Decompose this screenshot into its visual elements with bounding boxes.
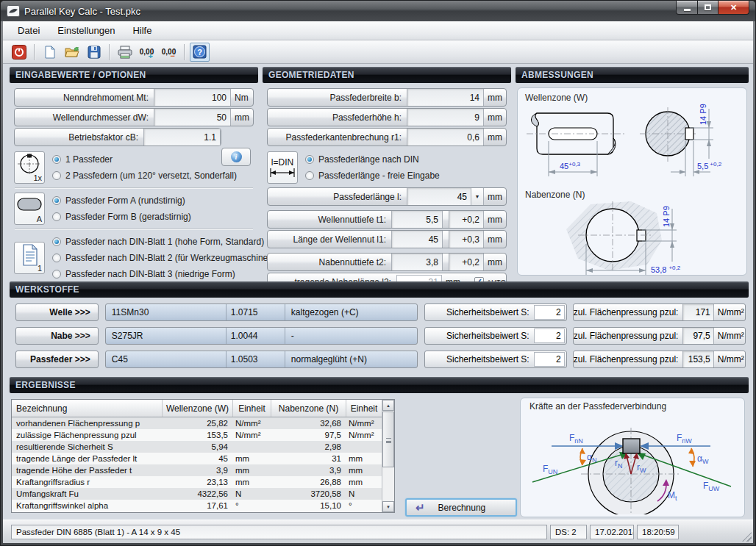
scrollbar-thumb[interactable] xyxy=(382,412,394,467)
nabenzone-drawing: 14 P9 53,8+0,2 xyxy=(521,200,740,278)
svg-text:αW: αW xyxy=(697,453,709,465)
table-row[interactable]: tragende Länge der Passfeder lt45mm31mm xyxy=(12,453,382,464)
passfeder-form-icon: A xyxy=(14,193,45,225)
print-button[interactable] xyxy=(115,43,135,62)
panel-werkstoffe: WERKSTOFFE Welle >>> 11SMn30 1.0715 kalt… xyxy=(10,281,749,376)
welle-sicherheit-field: Sicherheitsbeiwert S: 2 xyxy=(424,303,567,321)
wellendurchmesser-unit: mm xyxy=(231,112,253,123)
wellennuttiefe-toleranz: +0,2 xyxy=(449,211,484,228)
nenndrehmoment-input[interactable]: 100 xyxy=(154,89,231,106)
status-ds: DS: 2 xyxy=(550,525,587,539)
results-table-header: Bezeichnung Wellenzone (W) Einheit Naben… xyxy=(12,400,382,417)
panel-ergebnisse-header: ERGEBNISSE xyxy=(10,377,749,393)
menu-hilfe[interactable]: Hilfe xyxy=(124,22,160,39)
svg-text:FnN: FnN xyxy=(569,433,583,445)
close-button[interactable]: ✕ xyxy=(718,1,749,15)
nabe-pressung-field: zul. Flächenpressung pzul: 97,5 N/mm² xyxy=(573,327,746,345)
kantenbrechung-input[interactable]: 0,6 xyxy=(407,129,484,146)
save-button[interactable] xyxy=(84,43,104,62)
passfederbreite-input[interactable]: 14 xyxy=(407,89,484,106)
maximize-icon xyxy=(705,4,711,10)
passfeder-sicherheit-input[interactable]: 2 xyxy=(534,352,565,367)
radio-laenge-frei[interactable]: Passfederlänge - freie Eingabe xyxy=(305,168,507,184)
help-button[interactable]: ? xyxy=(190,43,210,62)
table-row[interactable]: Kraftangriffsradius r23,13mm26,88mm xyxy=(12,476,382,488)
table-row[interactable]: vorhandenen Flächenpressung p25,82N/mm²3… xyxy=(12,417,382,429)
nabe-material-display: S275JR 1.0044 - xyxy=(105,327,418,345)
status-date: 17.02.2014 xyxy=(590,525,634,539)
scroll-up-icon[interactable]: ▲ xyxy=(382,400,394,411)
betriebsfaktor-input[interactable]: 1.1 xyxy=(143,129,221,146)
titlebar[interactable]: Parallel Key Calc - Test.pkc ✕ xyxy=(1,1,755,21)
results-table: Bezeichnung Wellenzone (W) Einheit Naben… xyxy=(11,399,395,513)
radio-din-blatt-3[interactable]: Passfeder nach DIN-Blatt 3 (niedrige For… xyxy=(52,266,276,282)
wellendurchmesser-input[interactable]: 50 xyxy=(154,109,231,126)
welle-material-display: 11SMn30 1.0715 kaltgezogen (+C) xyxy=(105,303,418,321)
menu-datei[interactable]: Datei xyxy=(9,22,49,39)
anzahl-passfedern-icon: 1x xyxy=(14,151,45,184)
decimal-increase-button[interactable]: 0,00 + xyxy=(137,43,157,62)
save-icon xyxy=(88,46,101,59)
field-wellendurchmesser: Wellendurchmesser dW: 50 mm xyxy=(14,108,254,126)
help-icon: ? xyxy=(193,45,207,59)
betriebsfaktor-label: Betriebsfaktor cB: xyxy=(15,132,143,143)
betriebsfaktor-info-button[interactable]: i xyxy=(221,148,251,166)
app-window: Parallel Key Calc - Test.pkc ✕ Datei Ein… xyxy=(0,0,756,546)
chevron-down-icon[interactable]: ▼ xyxy=(471,188,483,205)
toolbar-separator xyxy=(34,44,35,60)
kraefte-diagram-title: Kräfte an der Passfederverbindung xyxy=(521,398,744,412)
table-row[interactable]: resultierende Sicherheit S5,942,98 xyxy=(12,441,382,453)
wellendurchmesser-label: Wellendurchmesser dW: xyxy=(15,112,154,123)
field-passfederlaenge: Passfederlänge l: 45 ▼ mm xyxy=(267,187,507,206)
passfeder-material-display: C45 1.0503 normalgeglüht (+N) xyxy=(105,351,418,368)
open-file-button[interactable] xyxy=(62,43,82,62)
table-row[interactable]: zulässige Flächenpressung pzul153,5N/mm²… xyxy=(12,429,382,441)
table-row[interactable]: Kraftangriffswinkel alpha17,61°15,10° xyxy=(12,500,382,511)
svg-text:Mt: Mt xyxy=(668,490,677,502)
radio-icon xyxy=(305,155,314,164)
enter-arrow-icon: ↵ xyxy=(416,503,425,512)
panel-eingabewerte: EINGABEWERTE / OPTIONEN Nenndrehmoment M… xyxy=(10,67,258,280)
radio-form-a[interactable]: Passfeder Form A (rundstirnig) xyxy=(52,193,254,209)
table-row[interactable]: tragende Höhe der Passfeder t3,9mm3,9mm xyxy=(12,464,382,476)
abmessungen-drawing-area: Wellenzone (W) xyxy=(517,87,747,276)
passfederlaenge-combobox[interactable]: 45 ▼ xyxy=(407,188,484,205)
table-row[interactable]: Umfangskraft Fu4322,56N3720,58N xyxy=(12,488,382,500)
minimize-button[interactable] xyxy=(676,1,698,15)
panel-abmessungen: ABMESSUNGEN Wellenzone (W) xyxy=(516,67,749,280)
werkstoff-row-welle: Welle >>> 11SMn30 1.0715 kaltgezogen (+C… xyxy=(15,303,746,321)
svg-text:5,5+0,2: 5,5+0,2 xyxy=(697,161,722,170)
radio-din-blatt-1[interactable]: Passfeder nach DIN-Blatt 1 (hohe Form, S… xyxy=(52,234,276,250)
menu-einstellungen[interactable]: Einstellungen xyxy=(49,22,124,39)
exit-button[interactable] xyxy=(9,43,29,62)
resize-grip[interactable] xyxy=(742,532,752,542)
passfeder-material-button[interactable]: Passfeder >>> xyxy=(15,351,99,368)
field-betriebsfaktor: Betriebsfaktor cB: 1.1 xyxy=(14,128,221,146)
maximize-button[interactable] xyxy=(698,1,718,15)
welle-sicherheit-input[interactable]: 2 xyxy=(534,305,565,320)
welle-material-button[interactable]: Welle >>> xyxy=(15,303,99,321)
minimize-icon xyxy=(684,9,691,11)
radio-icon xyxy=(52,196,61,205)
radio-icon xyxy=(305,171,314,180)
field-wellennuttiefe: Wellennuttiefe t1: 5,5 +0,2 mm xyxy=(267,210,507,229)
decimal-decrease-button[interactable]: 0,00 − xyxy=(159,43,179,62)
nabe-sicherheit-input[interactable]: 2 xyxy=(534,328,565,343)
nabennuttiefe-input[interactable]: 3,8 xyxy=(391,254,443,270)
nabe-material-button[interactable]: Nabe >>> xyxy=(15,327,99,345)
table-scrollbar[interactable]: ▲ ▼ xyxy=(382,400,394,512)
radio-laenge-din[interactable]: Passfederlänge nach DIN xyxy=(305,151,507,168)
wellennuttiefe-input[interactable]: 5,5 xyxy=(391,211,443,228)
radio-2-passfedern[interactable]: 2 Passfedern (um 120° versetzt, Sonderfa… xyxy=(52,168,254,184)
scroll-down-icon[interactable]: ▼ xyxy=(382,501,394,512)
new-file-button[interactable] xyxy=(40,43,60,62)
radio-form-b[interactable]: Passfeder Form B (geradstirnig) xyxy=(52,209,254,225)
panel-abmessungen-header: ABMESSUNGEN xyxy=(516,67,749,83)
berechnung-button[interactable]: ↵ Berechnung xyxy=(405,498,517,517)
passfederhoehe-input[interactable]: 9 xyxy=(407,109,484,126)
print-icon xyxy=(118,46,132,59)
kraefte-diagram: Kräfte an der Passfederverbindung xyxy=(520,398,745,517)
panel-geometriedaten: GEOMETRIEDATEN Passfederbreite b: 14 mm … xyxy=(263,67,511,280)
radio-din-blatt-2[interactable]: Passfeder nach DIN-Blatt 2 (für Werkzeug… xyxy=(52,250,276,266)
wellennutlaenge-input[interactable]: 45 xyxy=(391,231,443,248)
